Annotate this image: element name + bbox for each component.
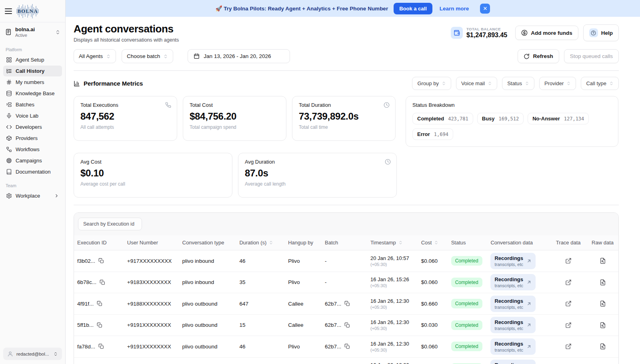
metrics-filter-pill[interactable]: Status	[502, 77, 534, 90]
bolna-logo[interactable]: BOLNA	[16, 3, 39, 19]
file-search-icon[interactable]	[600, 279, 606, 286]
user-number: +9191XXXXXXXX	[127, 322, 171, 328]
sidebar-item-workplace[interactable]: Workplace	[3, 190, 62, 201]
table-row: fa78d... +9191XXXXXXXX plivo outbound 46…	[74, 336, 618, 358]
banner-text: 🚀 Try Bolna Pilots: Ready Agent + Analyt…	[216, 5, 388, 12]
banner-close-button[interactable]	[480, 4, 490, 14]
timestamp: 16 Jan 26, 12:30	[370, 362, 409, 364]
metrics-filter-pill[interactable]: Voice mail	[456, 77, 497, 90]
chevrons-up-down-icon	[53, 352, 58, 356]
sidebar-item-call-history[interactable]: Call History	[3, 66, 62, 76]
metrics-filters: Group by Voice mail Status	[412, 77, 619, 90]
sidebar-item-agent-setup[interactable]: Agent Setup	[3, 54, 62, 65]
sidebar-item-my-numbers[interactable]: My numbers	[3, 77, 62, 88]
menu-icon[interactable]	[5, 8, 12, 14]
recordings-link[interactable]: Recordings transcripts, etc	[490, 338, 536, 355]
stop-queued-calls-button[interactable]: Stop queued calls	[564, 49, 619, 63]
workspace-status: Active	[15, 33, 52, 38]
hangup-by: Plivo	[288, 344, 300, 350]
metric-card-total-duration: Total Duration 73,739,892.0s Total call …	[292, 96, 396, 141]
sidebar-item-providers[interactable]: Providers	[3, 133, 62, 144]
metrics-section-title: Performance Metrics	[84, 80, 143, 87]
execution-id: 4f91f...	[77, 301, 94, 307]
hangup-by: Callee	[288, 301, 303, 307]
sidebar-item-label: Providers	[16, 135, 38, 141]
recordings-link[interactable]: Recordings transcripts, etc	[490, 274, 536, 290]
status-breakdown-pill: Busy 169,512	[477, 113, 524, 124]
sidebar-item-label: Voice Lab	[16, 113, 38, 119]
metrics-filter-pill[interactable]: Provider	[539, 77, 576, 90]
batch-id: 62b7...	[325, 322, 341, 328]
package-icon	[6, 135, 12, 141]
copy-icon[interactable]	[98, 344, 104, 349]
sidebar-item-label: Agent Setup	[16, 57, 44, 63]
external-link-icon[interactable]	[565, 322, 572, 328]
book-a-call-button[interactable]: Book a call	[394, 3, 432, 14]
metrics-filter-pill[interactable]: Call type	[581, 77, 619, 90]
sidebar-item-documentation[interactable]: Documentation	[3, 166, 62, 177]
batch-select[interactable]: Choose batch	[122, 49, 173, 63]
sidebar-item-developers[interactable]: Developers	[3, 122, 62, 132]
metrics-filter-pill[interactable]: Group by	[412, 77, 451, 90]
copy-icon[interactable]	[98, 258, 104, 264]
copy-icon[interactable]	[344, 322, 350, 328]
date-range-picker[interactable]: Jan 13, 2026 - Jan 20, 2026	[188, 49, 290, 63]
add-more-funds-button[interactable]: Add more funds	[515, 26, 578, 40]
copy-icon[interactable]	[97, 322, 102, 328]
file-search-icon[interactable]	[600, 343, 606, 350]
metrics-filter-label: Group by	[417, 80, 438, 86]
sidebar-item-campaigns[interactable]: Campaigns	[3, 155, 62, 166]
external-link-icon[interactable]	[565, 343, 572, 350]
chevrons-up-down-icon	[163, 54, 168, 59]
sidebar-item-voice-lab[interactable]: Voice Lab	[3, 110, 62, 121]
copy-icon[interactable]	[344, 301, 350, 306]
chevrons-up-down-icon	[609, 81, 614, 86]
database-icon	[6, 90, 12, 96]
chevrons-up-down-icon	[525, 81, 529, 86]
agents-select[interactable]: All Agents	[74, 49, 116, 63]
status-breakdown-value: 1,694	[434, 132, 448, 137]
file-search-icon[interactable]	[600, 300, 606, 307]
sidebar-item-knowledge-base[interactable]: Knowledge Base	[3, 88, 62, 99]
column-header-duration[interactable]: Duration (s)	[236, 240, 285, 246]
sidebar-item-batches[interactable]: Batches	[3, 99, 62, 110]
copy-icon[interactable]	[97, 301, 102, 306]
recordings-sublabel: transcripts, etc	[494, 283, 523, 288]
workspace-selector[interactable]: bolna.ai Active	[0, 22, 65, 42]
gear-icon	[6, 193, 12, 199]
column-header-cost[interactable]: Cost	[418, 240, 448, 246]
recordings-link[interactable]: Recordings transcripts, etc	[490, 360, 536, 364]
add-funds-label: Add more funds	[531, 30, 572, 36]
external-link-icon[interactable]	[565, 279, 572, 286]
file-search-icon[interactable]	[600, 322, 606, 328]
metric-card-total-cost: Total Cost $84,756.20 Total campaign spe…	[183, 96, 286, 141]
divider	[74, 205, 619, 205]
cost: $0.660	[421, 301, 438, 307]
sidebar-item-label: Workflows	[16, 146, 40, 152]
recordings-link[interactable]: Recordings transcripts, etc	[490, 296, 536, 312]
account-selector[interactable]: redacted@bol...	[3, 348, 62, 360]
status-breakdown-card: Status Breakdown Completed 423,781 Busy …	[406, 96, 618, 147]
recordings-link[interactable]: Recordings transcripts, etc	[490, 317, 536, 333]
sidebar-item-workflows[interactable]: Workflows	[3, 144, 62, 155]
column-header-timestamp[interactable]: Timestamp	[367, 240, 418, 246]
metric-card-total-executions: Total Executions 847,562 All call attemp…	[74, 96, 177, 141]
copy-icon[interactable]	[344, 344, 350, 349]
help-button[interactable]: Help	[583, 24, 619, 41]
file-search-icon[interactable]	[600, 258, 606, 264]
refresh-button[interactable]: Refresh	[518, 49, 559, 63]
batch-id: -	[325, 279, 327, 285]
arrow-up-right-icon	[526, 301, 532, 306]
recordings-link[interactable]: Recordings transcripts, etc	[490, 253, 536, 269]
recordings-label: Recordings	[494, 362, 523, 364]
metrics-filter-label: Call type	[586, 80, 606, 86]
external-link-icon[interactable]	[565, 300, 572, 307]
external-link-icon[interactable]	[565, 258, 572, 264]
column-header-raw-data: Raw data	[587, 240, 618, 246]
copy-icon[interactable]	[100, 280, 105, 285]
column-header-user-number: User Number	[124, 240, 179, 246]
learn-more-link[interactable]: Learn more	[440, 6, 469, 12]
circle-dollar-icon	[521, 30, 528, 36]
search-input[interactable]	[78, 218, 142, 230]
workflow-icon	[6, 146, 12, 152]
